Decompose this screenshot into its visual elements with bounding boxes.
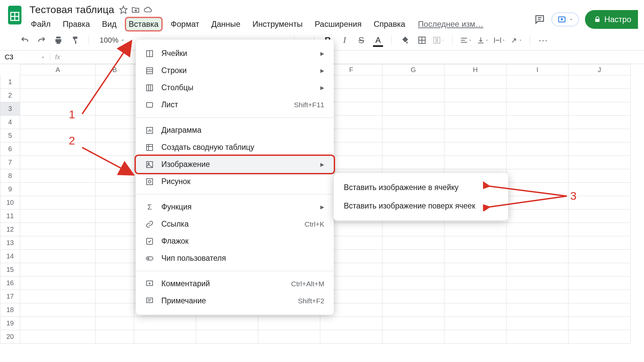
menu-insert[interactable]: Вставка xyxy=(126,18,161,30)
cell[interactable] xyxy=(20,250,96,263)
cell[interactable] xyxy=(506,156,569,169)
insert-image[interactable]: Изображение▸ xyxy=(136,156,334,173)
cell[interactable] xyxy=(382,277,444,290)
cell[interactable] xyxy=(96,236,134,250)
cell[interactable] xyxy=(569,277,631,290)
toolbar-overflow-icon[interactable]: ⋯ xyxy=(537,34,549,46)
insert-cells[interactable]: Ячейки▸ xyxy=(136,45,334,62)
row-header[interactable]: 14 xyxy=(0,250,20,263)
text-color-icon[interactable]: A xyxy=(372,34,384,46)
cell[interactable] xyxy=(506,169,569,183)
menu-edit[interactable]: Правка xyxy=(60,18,93,30)
cell[interactable] xyxy=(96,156,134,169)
insert-sheet[interactable]: ЛистShift+F11 xyxy=(136,96,334,113)
cell[interactable] xyxy=(96,116,134,129)
cell[interactable] xyxy=(20,223,96,236)
cell[interactable] xyxy=(20,129,96,142)
cell[interactable] xyxy=(20,116,96,129)
insert-image-over-cells[interactable]: Вставить изображение поверх ячеек xyxy=(334,197,508,215)
row-header[interactable]: 4 xyxy=(0,116,20,129)
fill-color-icon[interactable] xyxy=(399,34,411,46)
cell[interactable] xyxy=(96,330,134,344)
row-header[interactable]: 5 xyxy=(0,129,20,142)
column-header-A[interactable]: A xyxy=(20,64,96,75)
cell[interactable] xyxy=(382,263,444,277)
horizontal-align-icon[interactable] xyxy=(460,34,472,46)
row-header[interactable]: 19 xyxy=(0,317,20,330)
menu-format[interactable]: Формат xyxy=(168,18,202,30)
cell[interactable] xyxy=(96,196,134,209)
insert-chip[interactable]: Чип пользователя xyxy=(136,250,334,267)
cell[interactable] xyxy=(569,142,631,156)
cell[interactable] xyxy=(569,317,631,330)
cell[interactable] xyxy=(506,223,569,236)
column-header-I[interactable]: I xyxy=(506,64,569,75)
cell[interactable] xyxy=(20,75,96,89)
cell[interactable] xyxy=(96,223,134,236)
row-header[interactable]: 16 xyxy=(0,277,20,290)
cell[interactable] xyxy=(569,196,631,209)
row-header[interactable]: 2 xyxy=(0,89,20,102)
cell[interactable] xyxy=(444,263,506,277)
cell[interactable] xyxy=(20,236,96,250)
cell[interactable] xyxy=(444,290,506,303)
cell[interactable] xyxy=(20,89,96,102)
comments-icon[interactable] xyxy=(534,14,545,25)
cell[interactable] xyxy=(506,196,569,209)
insert-checkbox[interactable]: Флажок xyxy=(136,233,334,250)
sheets-app-icon[interactable] xyxy=(6,3,23,27)
cell[interactable] xyxy=(506,290,569,303)
cell[interactable] xyxy=(20,196,96,209)
cell[interactable] xyxy=(569,223,631,236)
cell[interactable] xyxy=(96,317,134,330)
cell[interactable] xyxy=(444,142,506,156)
cell[interactable] xyxy=(20,290,96,303)
cell[interactable] xyxy=(444,236,506,250)
cell[interactable] xyxy=(382,75,444,89)
cell[interactable] xyxy=(20,209,96,223)
cell[interactable] xyxy=(96,290,134,303)
merge-cells-icon[interactable] xyxy=(433,34,445,46)
cell[interactable] xyxy=(506,277,569,290)
column-header-G[interactable]: G xyxy=(382,64,444,75)
cell[interactable] xyxy=(569,102,631,116)
cell[interactable] xyxy=(569,183,631,196)
cell[interactable] xyxy=(506,129,569,142)
row-header[interactable]: 18 xyxy=(0,303,20,317)
cell[interactable] xyxy=(96,169,134,183)
cell[interactable] xyxy=(506,303,569,317)
insert-drawing[interactable]: Рисунок xyxy=(136,173,334,190)
cell[interactable] xyxy=(96,102,134,116)
cell[interactable] xyxy=(382,236,444,250)
menu-data[interactable]: Данные xyxy=(209,18,243,30)
cell[interactable] xyxy=(569,169,631,183)
cell[interactable] xyxy=(20,317,96,330)
row-header[interactable]: 9 xyxy=(0,183,20,196)
cell[interactable] xyxy=(382,89,444,102)
cell[interactable] xyxy=(569,263,631,277)
cell[interactable] xyxy=(20,142,96,156)
cell[interactable] xyxy=(506,89,569,102)
cell[interactable] xyxy=(569,89,631,102)
cell[interactable] xyxy=(506,317,569,330)
row-header[interactable]: 6 xyxy=(0,142,20,156)
cell[interactable] xyxy=(96,75,134,89)
cell[interactable] xyxy=(569,116,631,129)
cell[interactable] xyxy=(96,277,134,290)
cell[interactable] xyxy=(196,317,258,330)
cell[interactable] xyxy=(506,183,569,196)
undo-icon[interactable] xyxy=(19,34,31,46)
name-box[interactable]: C3 xyxy=(0,53,50,61)
present-button[interactable] xyxy=(551,12,579,26)
cell[interactable] xyxy=(20,102,96,116)
cell[interactable] xyxy=(444,89,506,102)
text-rotation-icon[interactable] xyxy=(510,34,522,46)
cell[interactable] xyxy=(444,330,506,344)
cell[interactable] xyxy=(134,317,196,330)
cell[interactable] xyxy=(20,169,96,183)
row-header[interactable]: 12 xyxy=(0,223,20,236)
cell[interactable] xyxy=(506,330,569,344)
insert-columns[interactable]: Столбцы▸ xyxy=(136,79,334,96)
move-folder-icon[interactable] xyxy=(131,5,140,14)
cell[interactable] xyxy=(96,303,134,317)
